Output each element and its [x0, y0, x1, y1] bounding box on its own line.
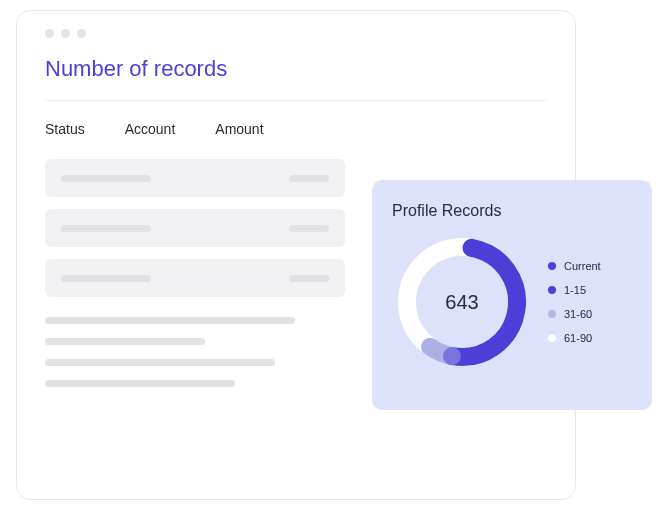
legend-item-current: Current	[548, 260, 601, 272]
placeholder-bar	[61, 275, 151, 282]
legend-dot	[548, 310, 556, 318]
legend-dot	[548, 334, 556, 342]
placeholder-bar	[61, 175, 151, 182]
text-placeholder	[45, 338, 205, 345]
profile-card-title: Profile Records	[392, 202, 632, 220]
table-row[interactable]	[45, 159, 345, 197]
table-row[interactable]	[45, 209, 345, 247]
placeholder-bar	[289, 175, 329, 182]
window-dot-close[interactable]	[45, 29, 54, 38]
divider	[45, 100, 547, 101]
window-dot-minimize[interactable]	[61, 29, 70, 38]
placeholder-bar	[61, 225, 151, 232]
placeholder-bar	[289, 225, 329, 232]
legend-label: 1-15	[564, 284, 586, 296]
text-placeholder	[45, 317, 295, 324]
legend-dot	[548, 286, 556, 294]
legend-item-61-90: 61-90	[548, 332, 601, 344]
table-row[interactable]	[45, 259, 345, 297]
legend-item-1-15: 1-15	[548, 284, 601, 296]
table-header-amount: Amount	[215, 121, 263, 137]
window-controls	[45, 29, 547, 38]
page-title: Number of records	[45, 56, 547, 82]
legend-dot	[548, 262, 556, 270]
table-headers: Status Account Amount	[45, 121, 547, 137]
profile-records-card: Profile Records 643 Current 1-15 31-60	[372, 180, 652, 410]
legend-label: 31-60	[564, 308, 592, 320]
donut-chart: 643	[392, 232, 532, 372]
text-placeholder	[45, 380, 235, 387]
donut-center-value: 643	[445, 291, 478, 314]
legend-item-31-60: 31-60	[548, 308, 601, 320]
profile-card-content: 643 Current 1-15 31-60 61-90	[392, 232, 632, 372]
placeholder-bar	[289, 275, 329, 282]
legend-label: Current	[564, 260, 601, 272]
window-dot-maximize[interactable]	[77, 29, 86, 38]
table-header-status: Status	[45, 121, 85, 137]
text-placeholder	[45, 359, 275, 366]
chart-legend: Current 1-15 31-60 61-90	[548, 260, 601, 344]
table-header-account: Account	[125, 121, 176, 137]
legend-label: 61-90	[564, 332, 592, 344]
